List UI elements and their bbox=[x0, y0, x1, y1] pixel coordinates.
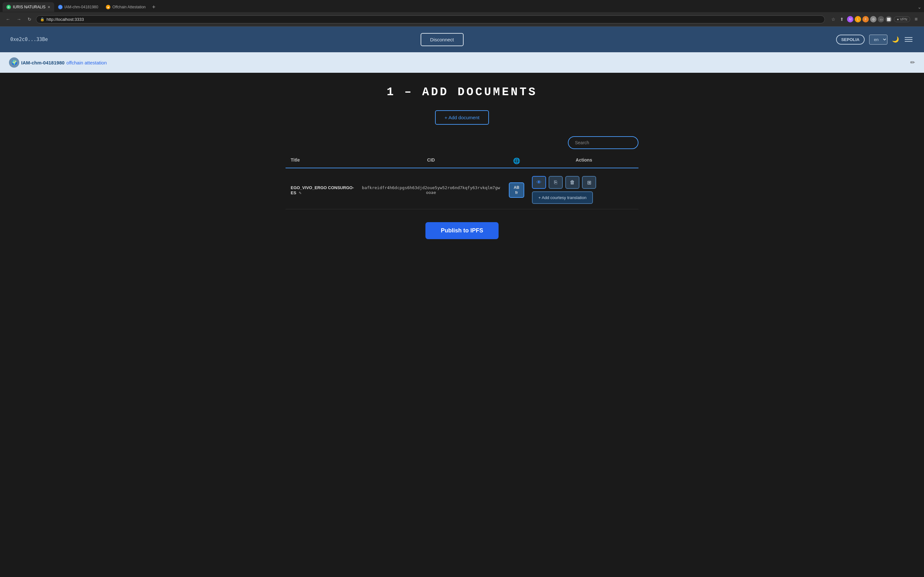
edit-button[interactable]: ✏ bbox=[910, 59, 915, 66]
ext3-icon[interactable]: F bbox=[863, 16, 869, 23]
tab2-label: IAM-chm-04181980 bbox=[65, 5, 98, 9]
tab-bar-right: ⌄ bbox=[918, 5, 921, 10]
hamburger-line2 bbox=[905, 39, 913, 40]
add-document-button[interactable]: + Add document bbox=[435, 110, 489, 125]
breadcrumb-project-name: IAM-chm-04181980 bbox=[21, 60, 65, 65]
cell-language: AB fr bbox=[504, 182, 529, 198]
tab-bar: ⊕ IURIS NATURALIS ✕ ⬡ IAM-chm-04181980 ▲… bbox=[0, 0, 924, 12]
lang-bottom: fr bbox=[515, 190, 518, 195]
breadcrumb-icon: 🌍 bbox=[9, 57, 19, 68]
theme-toggle-button[interactable]: 🌙 bbox=[892, 36, 899, 43]
col-actions: Actions bbox=[529, 157, 638, 164]
breadcrumb-bar: 🌍 IAM-chm-04181980 offchain attestation … bbox=[0, 52, 924, 73]
tab-menu-button[interactable]: ⌄ bbox=[918, 5, 921, 10]
lang-badge[interactable]: AB fr bbox=[509, 182, 524, 198]
col-title: Title bbox=[286, 157, 359, 164]
bookmark-button[interactable]: ☆ bbox=[830, 15, 837, 23]
share-button[interactable]: ⬆ bbox=[838, 15, 845, 23]
ext6-icon[interactable]: ⬜ bbox=[885, 16, 892, 23]
language-select[interactable]: en fr bbox=[869, 35, 887, 45]
tab1-label: IURIS NATURALIS bbox=[13, 5, 45, 9]
publish-button[interactable]: Publish to IPFS bbox=[425, 222, 499, 239]
tab3-favicon: ▲ bbox=[106, 5, 110, 9]
lang-top: AB bbox=[514, 185, 519, 190]
lock-icon: 🔒 bbox=[40, 17, 45, 21]
vpn-badge[interactable]: ● VPN bbox=[894, 16, 910, 22]
disconnect-button[interactable]: Disconnect bbox=[421, 33, 464, 46]
reload-button[interactable]: ↻ bbox=[26, 15, 33, 23]
address-bar-container[interactable]: 🔒 bbox=[36, 15, 825, 23]
ext1-icon[interactable]: M bbox=[847, 16, 853, 23]
address-bar[interactable] bbox=[47, 17, 821, 22]
cell-cid: bafkreidfr4h6dcpgs6h63djd2oue5yw52ro6nd7… bbox=[359, 185, 504, 195]
nav-actions: ☆ ⬆ M L F ⚙ ▭ ⬜ ● VPN ≡ bbox=[830, 15, 920, 23]
browser-chrome: ⊕ IURIS NATURALIS ✕ ⬡ IAM-chm-04181980 ▲… bbox=[0, 0, 924, 27]
copy-button[interactable]: ⎘ bbox=[549, 176, 563, 189]
tab-offchain[interactable]: ▲ Offchain Attestation bbox=[102, 2, 150, 12]
grid-button[interactable]: ⊞ bbox=[582, 176, 596, 189]
browser-menu-button[interactable]: ≡ bbox=[912, 15, 920, 23]
browser-extensions: M L F ⚙ ▭ ⬜ bbox=[847, 16, 892, 23]
grid-icon: ⊞ bbox=[587, 179, 591, 185]
globe-icon: 🌐 bbox=[513, 158, 520, 164]
hamburger-line1 bbox=[905, 37, 913, 38]
hamburger-line3 bbox=[905, 41, 913, 42]
action-icons-row: 👁 ⎘ 🗑 ⊞ bbox=[532, 176, 596, 189]
new-tab-button[interactable]: + bbox=[150, 4, 158, 11]
hamburger-menu-button[interactable] bbox=[903, 36, 914, 43]
table-container: Title CID 🌐 Actions EGO_VIVO_ERGO CONSUR… bbox=[286, 136, 638, 210]
breadcrumb: 🌍 IAM-chm-04181980 offchain attestation bbox=[9, 57, 107, 68]
main-content: 1 – ADD DOCUMENTS + Add document Title C… bbox=[0, 73, 924, 265]
ext5-icon[interactable]: ▭ bbox=[878, 16, 884, 23]
tab1-close[interactable]: ✕ bbox=[47, 5, 50, 9]
cell-actions: 👁 ⎘ 🗑 ⊞ + Add courtesy translation bbox=[529, 176, 638, 204]
copy-icon: ⎘ bbox=[554, 179, 557, 185]
eye-icon: 👁 bbox=[536, 179, 541, 185]
title-edit-icon[interactable]: ✎ bbox=[299, 191, 302, 195]
header-right: SEPOLIA en fr 🌙 bbox=[836, 35, 914, 45]
tab1-favicon: ⊕ bbox=[6, 5, 11, 9]
tab-iam[interactable]: ⬡ IAM-chm-04181980 bbox=[54, 2, 102, 12]
add-translation-button[interactable]: + Add courtesy translation bbox=[532, 191, 593, 204]
table-header: Title CID 🌐 Actions bbox=[286, 154, 638, 168]
trash-icon: 🗑 bbox=[570, 179, 575, 185]
table-row: EGO_VIVO_ERGO CONSURGO-ES ✎ bafkreidfr4h… bbox=[286, 171, 638, 210]
breadcrumb-link[interactable]: offchain attestation bbox=[66, 60, 107, 65]
ext4-icon[interactable]: ⚙ bbox=[870, 16, 877, 23]
tab2-favicon: ⬡ bbox=[58, 5, 63, 9]
app-header: 0xe2c0...33Be Disconnect SEPOLIA en fr 🌙 bbox=[0, 27, 924, 52]
search-input[interactable] bbox=[568, 136, 638, 149]
view-button[interactable]: 👁 bbox=[532, 176, 546, 189]
cell-title: EGO_VIVO_ERGO CONSURGO-ES ✎ bbox=[286, 185, 359, 195]
forward-button[interactable]: → bbox=[15, 15, 23, 23]
back-button[interactable]: ← bbox=[4, 15, 12, 23]
nav-bar: ← → ↻ 🔒 ☆ ⬆ M L F ⚙ ▭ ⬜ ● VPN ≡ bbox=[0, 12, 924, 26]
ext2-icon[interactable]: L bbox=[855, 16, 861, 23]
network-badge[interactable]: SEPOLIA bbox=[836, 35, 865, 45]
col-cid: CID bbox=[359, 157, 504, 164]
page-title: 1 – ADD DOCUMENTS bbox=[387, 85, 537, 99]
tab3-label: Offchain Attestation bbox=[112, 5, 145, 9]
delete-button[interactable]: 🗑 bbox=[565, 176, 580, 189]
wallet-address: 0xe2c0...33Be bbox=[10, 37, 48, 42]
tab-iuris-naturalis[interactable]: ⊕ IURIS NATURALIS ✕ bbox=[3, 2, 54, 12]
search-row bbox=[286, 136, 638, 149]
col-language: 🌐 bbox=[504, 157, 529, 164]
